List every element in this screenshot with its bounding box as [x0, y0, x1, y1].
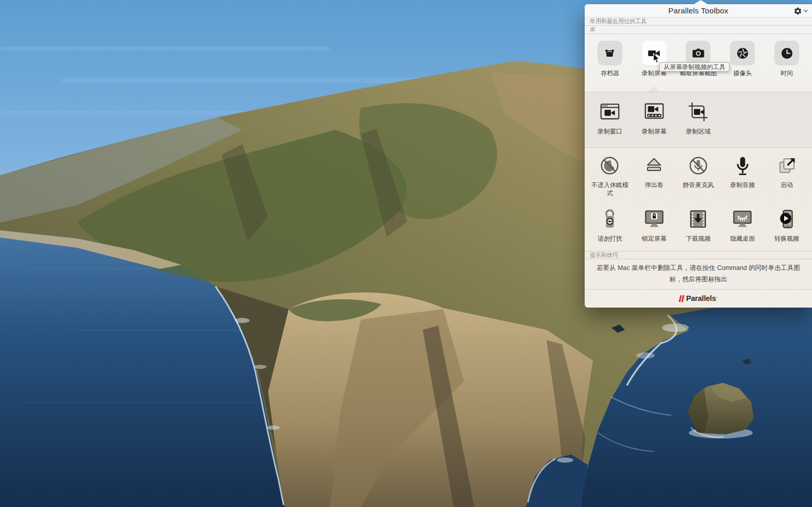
library-row-1: 存档器 录制屏幕 截取屏幕截图 摄像头 — [585, 34, 812, 89]
footer: Parallels ′ — [585, 290, 812, 307]
tool-download-video[interactable]: 下载视频 — [676, 207, 721, 251]
parallels-logo-text: Parallels — [686, 294, 716, 302]
tool-archiver[interactable]: 存档器 — [588, 41, 632, 89]
titlebar: Parallels Toolbox — [585, 4, 812, 18]
tool-record-fullscreen[interactable]: 录制屏幕 — [632, 99, 676, 147]
eject-icon — [643, 155, 665, 177]
no-sleep-icon — [599, 155, 621, 177]
mouse-cursor-icon — [653, 53, 661, 64]
record-area-icon — [686, 100, 710, 124]
parallels-toolbox-window: Parallels Toolbox 常用和最近用过的工具 库 存档器 录制屏幕 — [585, 4, 812, 308]
tool-eject-volumes[interactable]: 弹出卷 — [632, 154, 676, 204]
tool-no-sleep[interactable]: 不进入休眠模式 — [588, 154, 632, 204]
tips-text: 若要从 Mac 菜单栏中删除工具，请在按住 Command 的同时单击工具图标，… — [585, 259, 812, 290]
record-window-icon — [598, 100, 622, 124]
tooltip: 从屏幕录制视频的工具 — [659, 62, 730, 72]
record-submenu: 录制窗口 录制屏幕 录制区域 — [585, 89, 812, 148]
chevron-down-icon — [803, 9, 808, 13]
library-row-3: 请勿打扰 锁定屏幕 下载视频 隐藏桌面 — [585, 204, 812, 251]
tool-launch[interactable]: 启动 — [765, 154, 809, 204]
mute-microphone-icon — [687, 155, 709, 177]
parallels-logo-bars-icon — [680, 295, 684, 302]
tool-convert-video[interactable]: 转换视频 — [765, 207, 809, 251]
section-tips-header: 提示和技巧 — [585, 251, 812, 259]
window-title: Parallels Toolbox — [668, 6, 728, 15]
section-library-header: 库 — [585, 26, 812, 34]
tool-hide-desktop[interactable]: 隐藏桌面 — [720, 207, 765, 251]
tool-record-area[interactable]: 录制区域 — [676, 99, 721, 147]
tool-time[interactable]: 时间 — [765, 41, 809, 89]
screenshot-camera-icon — [691, 46, 705, 60]
tool-record-window[interactable]: 录制窗口 — [588, 99, 632, 147]
desktop: Parallels Toolbox 常用和最近用过的工具 库 存档器 录制屏幕 — [0, 0, 812, 507]
hide-desktop-icon — [731, 208, 754, 230]
settings-menu-button[interactable] — [793, 4, 808, 18]
trademark-mark: ′ — [717, 296, 718, 301]
gear-icon — [793, 7, 802, 15]
library-row-2: 不进入休眠模式 弹出卷 静音麦克风 录制音频 — [585, 148, 812, 204]
download-video-icon — [687, 208, 709, 230]
tool-lock-screen[interactable]: 锁定屏幕 — [632, 207, 676, 251]
popover-arrow — [694, 0, 707, 4]
microphone-icon — [732, 155, 754, 177]
webcam-shutter-icon — [736, 46, 750, 60]
record-fullscreen-icon — [642, 100, 666, 124]
clock-icon — [780, 46, 794, 60]
tool-mute-microphone[interactable]: 静音麦克风 — [676, 154, 721, 204]
submenu-arrow — [648, 86, 660, 92]
convert-video-icon — [775, 208, 798, 230]
section-recent-header: 常用和最近用过的工具 — [585, 18, 812, 26]
tool-do-not-disturb[interactable]: 请勿打扰 — [588, 207, 632, 251]
launch-icon — [776, 155, 798, 177]
tool-record-audio[interactable]: 录制音频 — [720, 154, 765, 204]
lock-screen-icon — [643, 208, 666, 230]
archiver-icon — [603, 46, 617, 60]
do-not-disturb-icon — [599, 208, 621, 230]
